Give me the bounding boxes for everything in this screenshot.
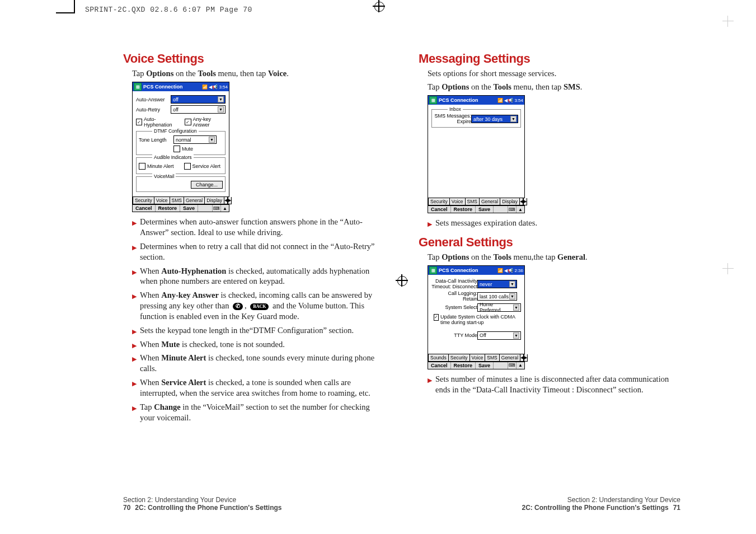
tone-length-select[interactable]: normal▼ [173, 135, 217, 144]
footer-section: Section 2: Understanding Your Device [123, 496, 402, 504]
log-select[interactable]: last 100 calls▼ [477, 292, 517, 301]
tab-security[interactable]: Security [428, 198, 450, 205]
up-icon[interactable]: ▲ [220, 205, 229, 212]
cancel-button[interactable]: Cancel [428, 362, 451, 369]
tab-voice[interactable]: Voice [449, 198, 466, 205]
up-icon[interactable]: ▲ [516, 362, 524, 369]
registration-mark-icon [373, 0, 385, 12]
arrow-icon: ▶ [132, 404, 137, 412]
save-button[interactable]: Save [180, 205, 198, 212]
audible-legend: Audible Indicators [152, 154, 194, 160]
left-page: Voice Settings Tap Options on the Tools … [84, 34, 402, 512]
auto-retry-label: Auto-Retry [136, 107, 171, 113]
bullet: When Auto-Hyphenation is checked, automa… [140, 266, 385, 287]
start-icon[interactable]: ⊞ [429, 266, 437, 274]
tab-general[interactable]: General [479, 198, 500, 205]
system-select[interactable]: Home Preferred▼ [477, 303, 521, 312]
inactivity-select[interactable]: never▼ [477, 280, 517, 288]
tab-voice[interactable]: Voice [469, 354, 486, 362]
tab-voice[interactable]: Voice [154, 197, 170, 204]
tabs-right-icon[interactable]: ▶ [228, 197, 232, 204]
restore-button[interactable]: Restore [451, 362, 476, 369]
tabs-right-icon[interactable]: ▶ [524, 354, 528, 362]
chevron-down-icon[interactable]: ▼ [218, 106, 224, 113]
tabs-right-icon[interactable]: ▶ [523, 198, 527, 205]
any-key-answer-checkbox[interactable]: ✓Any-key Answer [185, 116, 226, 128]
bullet: Sets the keypad tone length in the“DTMF … [140, 325, 385, 336]
page-number: 71 [673, 504, 680, 512]
auto-hyphenation-checkbox[interactable]: ✓Auto-Hyphenation [136, 116, 180, 128]
service-alert-checkbox[interactable]: Service Alert [184, 163, 221, 170]
tab-display[interactable]: Display [500, 198, 520, 205]
system-select-label: System Select [431, 305, 477, 310]
arrow-icon: ▶ [132, 268, 137, 276]
footer-section: Section 2: Understanding Your Device [402, 496, 680, 504]
tab-sounds[interactable]: Sounds [428, 354, 449, 362]
chevron-down-icon[interactable]: ▼ [513, 332, 519, 339]
keyboard-icon[interactable]: ⌨ [508, 362, 516, 369]
tab-sms[interactable]: SMS [465, 198, 480, 205]
keyboard-icon[interactable]: ⌨ [508, 206, 516, 213]
bullet: Sets messages expiration dates. [435, 218, 680, 228]
inactivity-label: Data-Call InactivityTimeout: Disconnect [431, 279, 477, 289]
bullet: Tap Change in the “VoiceMail” section to… [140, 402, 385, 423]
tabs-left-icon[interactable]: ◀ [519, 198, 523, 205]
tabs-left-icon[interactable]: ◀ [520, 354, 524, 362]
change-button[interactable]: Change... [191, 181, 223, 189]
general-heading: General Settings [419, 235, 680, 250]
chevron-down-icon[interactable]: ▼ [209, 137, 215, 143]
expire-label: SMS Messages:Expire [434, 114, 471, 124]
arrow-icon: ▶ [132, 219, 137, 227]
voicemail-legend: VoiceMail [152, 174, 176, 179]
trim-mark-icon [722, 263, 734, 274]
tab-sms[interactable]: SMS [485, 354, 499, 362]
sms-screenshot: ⊞ PCS Connection 📶 ◀📢 3:54 Inbox SMS Mes… [428, 95, 525, 213]
messaging-heading: Messaging Settings [419, 51, 680, 66]
tty-label: TTY Mode [431, 332, 477, 338]
auto-retry-select[interactable]: off▼ [171, 105, 226, 114]
mute-checkbox[interactable]: Mute [173, 146, 223, 152]
messaging-intro: Sets options for short message services. [428, 68, 680, 78]
bullet: When Any-key Answer is checked, incoming… [140, 290, 385, 322]
chevron-down-icon[interactable]: ▼ [509, 281, 515, 287]
t: Tap [132, 69, 146, 78]
tab-sms[interactable]: SMS [170, 197, 184, 204]
start-icon[interactable]: ⊞ [134, 83, 142, 91]
update-clock-checkbox[interactable]: ✓Update System Clock with CDMA time duri… [434, 314, 521, 326]
keyboard-icon[interactable]: ⌨ [212, 205, 220, 212]
tab-security[interactable]: Security [448, 354, 470, 362]
end-call-icon [233, 303, 243, 310]
bullet: Determines when to retry a call that did… [140, 241, 385, 263]
auto-answer-label: Auto-Answer [136, 97, 171, 102]
tab-general[interactable]: General [499, 354, 520, 362]
tab-display[interactable]: Display [204, 197, 224, 204]
status-bar: 📶 ◀📢 3:54 [497, 98, 523, 103]
start-icon[interactable]: ⊞ [429, 96, 437, 104]
minute-alert-checkbox[interactable]: Minute Alert [139, 163, 174, 170]
dtmf-legend: DTMF Configuration [152, 128, 199, 134]
chevron-down-icon[interactable]: ▼ [218, 96, 224, 102]
expire-select[interactable]: after 30 days▼ [471, 115, 518, 123]
save-button[interactable]: Save [476, 362, 494, 369]
tabs-left-icon[interactable]: ◀ [224, 197, 228, 204]
arrow-icon: ▶ [132, 292, 137, 300]
chevron-down-icon[interactable]: ▼ [509, 293, 515, 299]
chevron-down-icon[interactable]: ▼ [510, 116, 516, 122]
tab-general[interactable]: General [184, 197, 205, 204]
tty-select[interactable]: Off▼ [477, 331, 521, 340]
auto-answer-select[interactable]: off▼ [171, 95, 226, 104]
window-title: PCS Connection [143, 84, 202, 90]
save-button[interactable]: Save [476, 206, 494, 213]
general-step: Tap Options on the Tools menu,the tap Ge… [428, 252, 680, 262]
up-icon[interactable]: ▲ [516, 206, 524, 213]
restore-button[interactable]: Restore [451, 206, 476, 213]
window-title: PCS Connection [439, 268, 497, 273]
tab-security[interactable]: Security [133, 197, 154, 204]
cancel-button[interactable]: Cancel [428, 206, 451, 213]
page-slug: SPRINT-2C.QXD 02.8.6 6:07 PM Page 70 [85, 6, 252, 14]
t: Options [146, 69, 173, 78]
cancel-button[interactable]: Cancel [133, 205, 156, 212]
chevron-down-icon[interactable]: ▼ [513, 305, 519, 311]
arrow-icon: ▶ [132, 380, 137, 387]
restore-button[interactable]: Restore [156, 205, 181, 212]
